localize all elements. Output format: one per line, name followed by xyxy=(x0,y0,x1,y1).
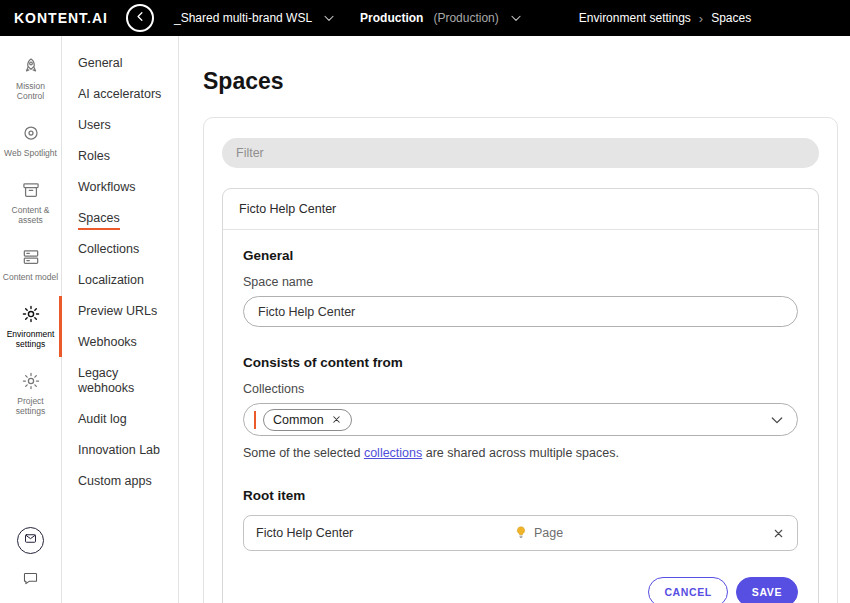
sidebar-item-collections[interactable]: Collections xyxy=(62,234,178,265)
sidebar-item-preview-urls[interactable]: Preview URLs xyxy=(62,296,178,327)
sidebar-item-innovation-lab[interactable]: Innovation Lab xyxy=(62,435,178,466)
layers-icon xyxy=(21,247,41,269)
chip-label: Common xyxy=(273,413,324,427)
root-item-type: Page xyxy=(514,525,772,542)
root-item-type-label: Page xyxy=(534,526,563,540)
nav-item-label: Project settings xyxy=(2,396,59,416)
spotlight-icon xyxy=(21,123,41,145)
chevron-down-icon[interactable] xyxy=(769,412,785,428)
nav-item-label: Mission Control xyxy=(2,81,59,101)
cancel-button[interactable]: CANCEL xyxy=(648,577,727,603)
text-caret xyxy=(254,411,256,429)
breadcrumb-current: Spaces xyxy=(711,11,751,25)
nav-bottom xyxy=(0,517,61,603)
sidebar-item-spaces[interactable]: Spaces xyxy=(62,203,178,234)
nav-item-label: Content model xyxy=(3,272,58,282)
sidebar-item-audit-log[interactable]: Audit log xyxy=(62,404,178,435)
breadcrumb: Environment settings › Spaces xyxy=(579,11,751,26)
lightbulb-icon xyxy=(514,525,528,542)
nav-item-label: Environment settings xyxy=(2,329,59,349)
archive-icon xyxy=(21,180,41,202)
nav-item-content-assets[interactable]: Content & assets xyxy=(0,172,61,233)
help-chat-button[interactable] xyxy=(17,527,44,554)
sidebar-item-legacy-webhooks[interactable]: Legacy webhooks xyxy=(62,358,178,404)
feedback-icon[interactable] xyxy=(22,570,39,591)
gear-icon xyxy=(21,304,41,326)
collections-helper-text: Some of the selected collections are sha… xyxy=(243,446,798,460)
nav-item-project-settings[interactable]: Project settings xyxy=(0,363,61,424)
environment-name: Production xyxy=(360,11,423,25)
gear-icon xyxy=(21,371,41,393)
collection-chip[interactable]: Common xyxy=(263,409,352,431)
settings-sidebar: General AI accelerators Users Roles Work… xyxy=(62,36,179,603)
chevron-down-icon xyxy=(509,11,523,25)
collections-multiselect[interactable]: Common xyxy=(243,403,798,436)
main-nav: Mission Control Web Spotlight Content & … xyxy=(0,36,62,603)
nav-item-environment-settings[interactable]: Environment settings xyxy=(0,296,61,357)
space-item-header[interactable]: Ficto Help Center xyxy=(223,189,818,230)
chevron-down-icon xyxy=(322,11,336,25)
content-from-heading: Consists of content from xyxy=(243,355,798,370)
collections-link[interactable]: collections xyxy=(364,446,422,460)
breadcrumb-separator: › xyxy=(699,11,703,26)
space-name-input[interactable] xyxy=(243,296,798,327)
root-item-remove-icon[interactable] xyxy=(772,527,785,540)
chevron-left-icon xyxy=(134,9,147,27)
collapse-nav-button[interactable] xyxy=(126,4,154,32)
sidebar-item-webhooks[interactable]: Webhooks xyxy=(62,327,178,358)
main-content: Spaces Ficto Help Center General Space n… xyxy=(179,36,850,603)
actions-row: CANCEL SAVE xyxy=(243,577,798,603)
root-item-selector[interactable]: Ficto Help Center Page xyxy=(243,515,798,551)
envelope-icon xyxy=(23,531,38,550)
sidebar-item-localization[interactable]: Localization xyxy=(62,265,178,296)
kontent-logo: KONTENT.AI xyxy=(14,10,108,26)
nav-item-web-spotlight[interactable]: Web Spotlight xyxy=(0,115,61,166)
rocket-icon xyxy=(21,56,41,78)
space-name-label: Space name xyxy=(243,275,798,289)
nav-item-content-model[interactable]: Content model xyxy=(0,239,61,290)
nav-item-label: Content & assets xyxy=(2,205,59,225)
sidebar-item-users[interactable]: Users xyxy=(62,110,178,141)
breadcrumb-parent[interactable]: Environment settings xyxy=(579,11,691,25)
collections-label: Collections xyxy=(243,382,798,396)
spaces-panel: Ficto Help Center General Space name Con… xyxy=(203,117,838,603)
sidebar-item-custom-apps[interactable]: Custom apps xyxy=(62,466,178,497)
sidebar-item-workflows[interactable]: Workflows xyxy=(62,172,178,203)
general-section-heading: General xyxy=(243,248,798,263)
environment-switcher[interactable]: Production (Production) xyxy=(360,11,523,25)
chip-remove-icon[interactable] xyxy=(331,414,342,425)
nav-item-label: Web Spotlight xyxy=(4,148,57,158)
root-item-heading: Root item xyxy=(243,488,798,503)
sidebar-item-general[interactable]: General xyxy=(62,48,178,79)
filter-input[interactable] xyxy=(222,138,819,168)
environment-suffix: (Production) xyxy=(433,11,498,25)
space-item-card: Ficto Help Center General Space name Con… xyxy=(222,188,819,603)
save-button[interactable]: SAVE xyxy=(736,577,798,603)
topbar: KONTENT.AI _Shared multi-brand WSL Produ… xyxy=(0,0,850,36)
page-title: Spaces xyxy=(203,68,838,95)
root-item-name: Ficto Help Center xyxy=(256,526,514,540)
nav-item-mission-control[interactable]: Mission Control xyxy=(0,48,61,109)
space-item-body: General Space name Consists of content f… xyxy=(223,230,818,603)
sidebar-item-roles[interactable]: Roles xyxy=(62,141,178,172)
sidebar-item-ai-accelerators[interactable]: AI accelerators xyxy=(62,79,178,110)
project-switcher[interactable]: _Shared multi-brand WSL xyxy=(174,11,336,25)
project-name: _Shared multi-brand WSL xyxy=(174,11,312,25)
